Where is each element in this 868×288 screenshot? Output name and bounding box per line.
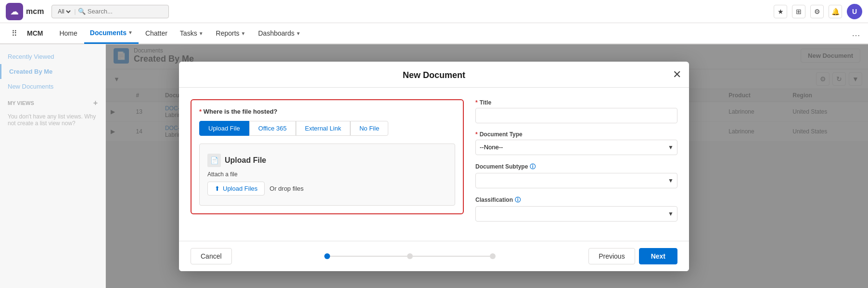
classification-field: Classification ⓘ ▼ [475, 196, 677, 222]
sidebar: Recently Viewed Created By Me New Docume… [0, 44, 106, 288]
doc-subtype-info-icon[interactable]: ⓘ [530, 163, 536, 171]
tab-upload-file[interactable]: Upload File [199, 121, 249, 136]
modal-body: * Where is the file hosted? Upload File … [179, 88, 689, 241]
dashboards-chevron: ▼ [296, 31, 301, 36]
nav-buttons: Previous Next [588, 248, 677, 264]
avatar[interactable]: U [847, 4, 862, 19]
documents-chevron: ▼ [128, 30, 133, 35]
previous-button[interactable]: Previous [588, 248, 635, 264]
app-logo-icon: ☁ [6, 3, 23, 20]
classification-select[interactable] [475, 206, 677, 222]
title-input[interactable] [475, 108, 677, 123]
upload-box-title: 📄 Upload File [207, 154, 447, 167]
modal-footer: Cancel Previous Next [179, 241, 689, 271]
doc-subtype-select[interactable] [475, 173, 677, 188]
app-logo: ☁ mcm [6, 3, 44, 20]
modal-close-button[interactable]: ✕ [673, 68, 681, 81]
classification-label: Classification ⓘ [475, 196, 677, 204]
next-button[interactable]: Next [639, 248, 677, 264]
search-scope-select[interactable]: All [56, 8, 72, 15]
grid-icon[interactable]: ⠿ [8, 26, 21, 40]
classification-info-icon[interactable]: ⓘ [515, 196, 521, 204]
sidebar-empty-message: You don't have any list views. Why not c… [0, 109, 105, 131]
doc-subtype-select-wrap: ▼ [475, 173, 677, 188]
doc-subtype-label: Document Subtype ⓘ [475, 163, 677, 171]
nav-home[interactable]: Home [53, 23, 83, 44]
sidebar-item-created-by-me[interactable]: Created By Me [0, 64, 105, 79]
notifications-icon[interactable]: 🔔 [829, 5, 842, 18]
step-line-2 [413, 256, 490, 257]
add-view-icon[interactable]: + [93, 99, 98, 107]
step-3-dot [490, 253, 496, 259]
top-bar: ☁ mcm All | 🔍 ★ ⊞ ⚙ 🔔 U [0, 0, 868, 23]
title-label: * Title [475, 99, 677, 106]
modal-right-section: * Title * Document Type [475, 99, 677, 229]
search-input[interactable] [88, 8, 165, 15]
file-host-label: * Where is the file hosted? [199, 108, 455, 115]
nav-bar: ⠿ MCM Home Documents ▼ Chatter Tasks ▼ R… [0, 23, 868, 44]
new-document-modal: New Document ✕ * Where is the file hoste… [179, 62, 689, 271]
doc-type-label: * Document Type [475, 131, 677, 138]
cancel-button[interactable]: Cancel [191, 248, 232, 264]
tab-office365[interactable]: Office 365 [249, 121, 296, 136]
title-field: * Title [475, 99, 677, 123]
step-1-dot [324, 253, 330, 259]
modal-overlay: New Document ✕ * Where is the file hoste… [106, 44, 868, 288]
nav-reports[interactable]: Reports ▼ [210, 23, 252, 44]
modal-left-section: * Where is the file hosted? Upload File … [191, 99, 464, 229]
main-layout: Recently Viewed Created By Me New Docume… [0, 44, 868, 288]
favorites-icon[interactable]: ★ [774, 5, 787, 18]
search-icon: 🔍 [78, 8, 86, 15]
sidebar-item-recently-viewed[interactable]: Recently Viewed [0, 49, 105, 64]
step-2-dot [407, 253, 413, 259]
settings-icon[interactable]: ⚙ [810, 5, 824, 18]
nav-documents[interactable]: Documents ▼ [84, 23, 139, 44]
tab-external-link[interactable]: External Link [296, 121, 350, 136]
step-line-1 [330, 256, 407, 257]
upload-box: 📄 Upload File Attach a file ⬆ Upload Fil… [199, 144, 455, 206]
doc-type-field: * Document Type --None-- ▼ [475, 131, 677, 155]
doc-type-select-wrap: --None-- ▼ [475, 140, 677, 155]
nav-dashboards[interactable]: Dashboards ▼ [253, 23, 306, 44]
doc-subtype-field: Document Subtype ⓘ ▼ [475, 163, 677, 188]
apps-icon[interactable]: ⊞ [792, 5, 805, 18]
tab-no-file[interactable]: No File [350, 121, 388, 136]
upload-files-button[interactable]: ⬆ Upload Files [207, 182, 265, 196]
doc-type-select[interactable]: --None-- [475, 140, 677, 155]
file-icon: 📄 [207, 154, 221, 167]
app-logo-name: mcm [26, 7, 44, 16]
modal-title: New Document [403, 70, 465, 80]
top-right-icons: ★ ⊞ ⚙ 🔔 U [774, 4, 862, 19]
nav-chatter[interactable]: Chatter [140, 23, 173, 44]
tasks-chevron: ▼ [199, 31, 204, 36]
content-area: 📄 Documents Created By Me New Document ▼… [106, 44, 868, 288]
file-host-tabs: Upload File Office 365 External Link No … [199, 121, 455, 136]
modal-header: New Document ✕ [179, 62, 689, 88]
search-bar: All | 🔍 [51, 5, 168, 18]
nav-more[interactable]: … [852, 28, 860, 39]
file-host-section: * Where is the file hosted? Upload File … [191, 99, 464, 214]
nav-brand: MCM [27, 29, 43, 37]
reports-chevron: ▼ [241, 31, 246, 36]
upload-icon: ⬆ [215, 185, 220, 192]
search-divider: | [74, 8, 76, 15]
drop-text: Or drop files [269, 185, 304, 192]
nav-tasks[interactable]: Tasks ▼ [174, 23, 209, 44]
my-views-section: MY VIEWS + [0, 94, 105, 109]
progress-indicator [324, 253, 496, 259]
attach-label: Attach a file [207, 171, 447, 178]
classification-select-wrap: ▼ [475, 206, 677, 222]
sidebar-item-new-documents[interactable]: New Documents [0, 79, 105, 94]
upload-btn-row: ⬆ Upload Files Or drop files [207, 182, 447, 196]
